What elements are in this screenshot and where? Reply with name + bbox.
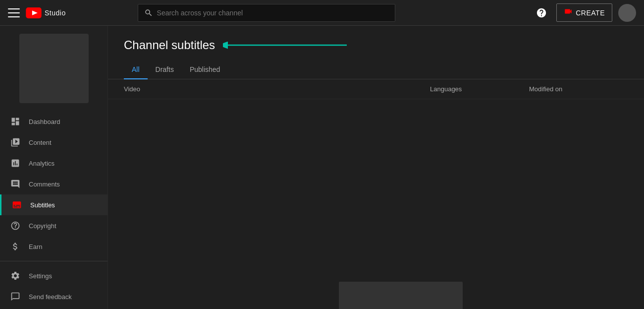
sidebar-comments-label: Comments <box>29 181 60 188</box>
studio-label: Studio <box>45 9 66 17</box>
sidebar-dashboard-label: Dashboard <box>29 118 60 125</box>
arrow-svg <box>223 38 352 53</box>
tabs-bar: All Drafts Published <box>108 61 644 79</box>
subtitles-icon <box>11 199 22 210</box>
top-nav: Studio CREATE <box>0 0 644 26</box>
copyright-icon <box>10 220 21 231</box>
empty-area <box>108 99 644 309</box>
sidebar-divider <box>0 261 107 261</box>
col-header-languages: Languages <box>430 85 529 93</box>
youtube-icon <box>26 7 42 18</box>
sidebar-item-content[interactable]: Content <box>0 132 107 153</box>
create-video-icon <box>564 7 573 16</box>
help-button[interactable] <box>533 4 550 22</box>
search-input[interactable] <box>157 9 389 17</box>
create-plus-icon <box>564 7 573 18</box>
search-bar[interactable] <box>138 4 395 22</box>
logo[interactable]: Studio <box>26 7 66 18</box>
sidebar-item-comments[interactable]: Comments <box>0 174 107 194</box>
page-header: Channel subtitles <box>108 26 644 53</box>
sidebar-earn-label: Earn <box>29 243 42 250</box>
sidebar-subtitles-label: Subtitles <box>30 201 55 209</box>
table-header: Video Languages Modified on <box>108 79 644 99</box>
menu-toggle[interactable] <box>8 8 20 17</box>
sidebar-settings-label: Settings <box>29 272 52 280</box>
sidebar-item-subtitles[interactable]: Subtitles <box>0 194 107 215</box>
settings-icon <box>10 270 21 281</box>
sidebar-copyright-label: Copyright <box>29 222 56 230</box>
sidebar-item-copyright[interactable]: Copyright <box>0 215 107 236</box>
create-label: CREATE <box>576 9 605 17</box>
sidebar-item-settings[interactable]: Settings <box>0 265 107 286</box>
tab-published[interactable]: Published <box>182 61 228 79</box>
col-header-modified-on: Modified on <box>529 85 628 93</box>
dashboard-icon <box>10 116 21 127</box>
create-button[interactable]: CREATE <box>556 3 612 22</box>
sidebar-nav: Dashboard Content Analytics <box>0 111 107 309</box>
sidebar-item-analytics[interactable]: Analytics <box>0 153 107 174</box>
earn-icon <box>10 241 21 252</box>
content-icon <box>10 137 21 148</box>
page-title: Channel subtitles <box>124 38 215 52</box>
avatar[interactable] <box>618 4 636 22</box>
channel-avatar[interactable] <box>19 34 89 103</box>
tab-drafts[interactable]: Drafts <box>148 61 182 79</box>
sidebar-item-feedback[interactable]: Send feedback <box>0 286 107 307</box>
content-area: Channel subtitles All Drafts Published <box>108 26 644 309</box>
nav-left: Studio <box>8 7 66 18</box>
sidebar-item-earn[interactable]: Earn <box>0 236 107 257</box>
sidebar-item-dashboard[interactable]: Dashboard <box>0 111 107 132</box>
sidebar-content-label: Content <box>29 139 52 146</box>
arrow-indicator <box>223 38 352 53</box>
sidebar-feedback-label: Send feedback <box>29 293 72 301</box>
sidebar-analytics-label: Analytics <box>29 160 54 167</box>
tab-all[interactable]: All <box>124 61 148 79</box>
nav-right: CREATE <box>533 3 636 22</box>
main-body: Dashboard Content Analytics <box>0 26 644 309</box>
feedback-icon <box>10 291 21 302</box>
bottom-thumbnail <box>339 282 463 309</box>
comments-icon <box>10 179 21 189</box>
analytics-icon <box>10 158 21 169</box>
sidebar: Dashboard Content Analytics <box>0 26 108 309</box>
search-icon <box>144 8 153 17</box>
col-header-video: Video <box>124 85 430 93</box>
help-icon <box>536 7 547 18</box>
